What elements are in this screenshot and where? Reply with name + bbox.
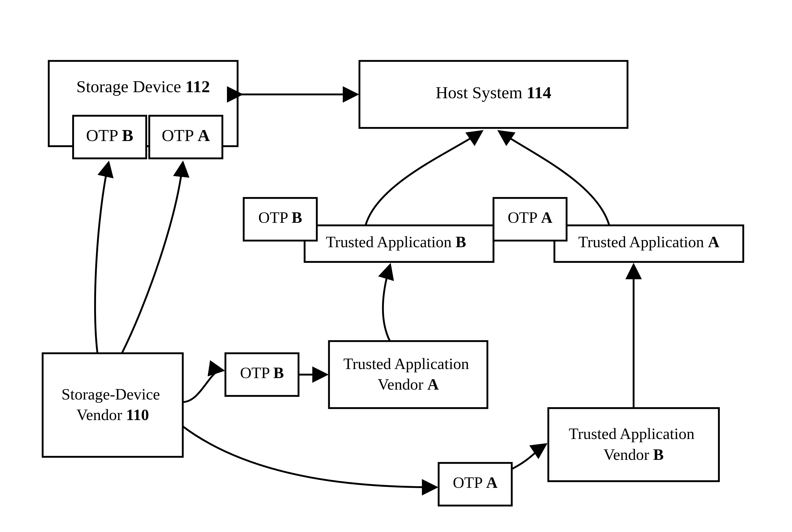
storage-vendor-line1: Storage-Device xyxy=(61,385,160,403)
host-system-prefix: Host System xyxy=(436,83,527,102)
svg-rect-16 xyxy=(42,354,183,457)
tab-otp-bold: B xyxy=(292,209,302,226)
ta-vendor-b-line2-bold: B xyxy=(653,446,664,463)
node-trusted-app-b: Trusted Application B xyxy=(305,225,493,262)
svg-text:Trusted Application B: Trusted Application B xyxy=(326,233,466,250)
node-storage-device-otp-b: OTP B xyxy=(73,116,146,158)
node-ta-vendor-b: Trusted Application Vendor B xyxy=(548,408,719,481)
node-trusted-app-a-otp: OTP A xyxy=(493,198,566,241)
svg-text:OTP B: OTP B xyxy=(240,364,284,382)
edge-vendor-to-otp-b-sd xyxy=(95,163,108,354)
node-trusted-app-b-otp: OTP B xyxy=(244,198,317,241)
svg-text:OTP B: OTP B xyxy=(258,209,302,226)
edge-vendor-to-otp-a-sd xyxy=(122,163,183,354)
node-host-system: Host System 114 xyxy=(359,61,628,128)
trusted-app-b-bold: B xyxy=(455,233,466,250)
svg-rect-20 xyxy=(329,341,487,408)
svg-text:OTP B: OTP B xyxy=(86,126,133,145)
ta-vendor-a-line2-bold: A xyxy=(427,376,439,393)
diagram-canvas: Storage Device 112 OTP B OTP A Host Syst… xyxy=(0,0,792,532)
edge-vendor-to-otp-a-mid xyxy=(183,426,435,487)
edge-app-b-to-host xyxy=(365,132,482,226)
storage-device-label-bold: 112 xyxy=(185,77,210,96)
ta-vendor-a-line2-prefix: Vendor xyxy=(378,376,427,393)
otp-b-mid-bold: B xyxy=(273,364,284,382)
svg-rect-24 xyxy=(548,408,719,481)
storage-vendor-line2-prefix: Vendor xyxy=(76,406,126,424)
svg-text:Trusted Application A: Trusted Application A xyxy=(578,233,719,250)
trusted-app-a-prefix: Trusted Application xyxy=(578,233,708,250)
taa-otp-bold: A xyxy=(541,209,552,226)
sd-otp-a-bold: A xyxy=(197,126,210,145)
edge-vendor-to-otp-b-mid xyxy=(183,370,222,402)
svg-text:OTP A: OTP A xyxy=(508,209,552,226)
ta-vendor-a-line1: Trusted Application xyxy=(343,355,469,372)
svg-text:OTP A: OTP A xyxy=(162,126,210,145)
node-otp-a-mid: OTP A xyxy=(438,463,511,506)
svg-text:OTP A: OTP A xyxy=(453,474,497,491)
node-storage-vendor: Storage-Device Vendor 110 xyxy=(42,354,183,457)
edge-ta-vendor-a-to-app-b xyxy=(383,266,390,341)
trusted-app-b-prefix: Trusted Application xyxy=(326,233,455,250)
node-storage-device-otp-a: OTP A xyxy=(149,116,222,158)
sd-otp-b-prefix: OTP xyxy=(86,126,122,145)
host-system-bold: 114 xyxy=(527,83,551,102)
svg-text:Storage Device 112: Storage Device 112 xyxy=(76,77,210,96)
sd-otp-a-prefix: OTP xyxy=(162,126,197,145)
sd-otp-b-bold: B xyxy=(122,126,133,145)
storage-device-label-prefix: Storage Device xyxy=(76,77,185,96)
otp-a-mid-prefix: OTP xyxy=(453,474,486,491)
node-ta-vendor-a: Trusted Application Vendor A xyxy=(329,341,487,408)
node-otp-b-mid: OTP B xyxy=(225,354,298,396)
ta-vendor-b-line1: Trusted Application xyxy=(569,425,695,442)
edge-otp-a-to-ta-vendor-b xyxy=(512,445,545,469)
svg-text:Host System 114: Host System 114 xyxy=(436,83,551,102)
node-trusted-app-a: Trusted Application A xyxy=(554,225,743,262)
otp-a-mid-bold: A xyxy=(486,474,497,491)
ta-vendor-b-line2-prefix: Vendor xyxy=(603,446,653,463)
storage-vendor-line2-bold: 110 xyxy=(126,406,149,424)
trusted-app-a-bold: A xyxy=(708,233,719,250)
otp-b-mid-prefix: OTP xyxy=(240,364,273,382)
taa-otp-prefix: OTP xyxy=(508,209,541,226)
tab-otp-prefix: OTP xyxy=(258,209,291,226)
